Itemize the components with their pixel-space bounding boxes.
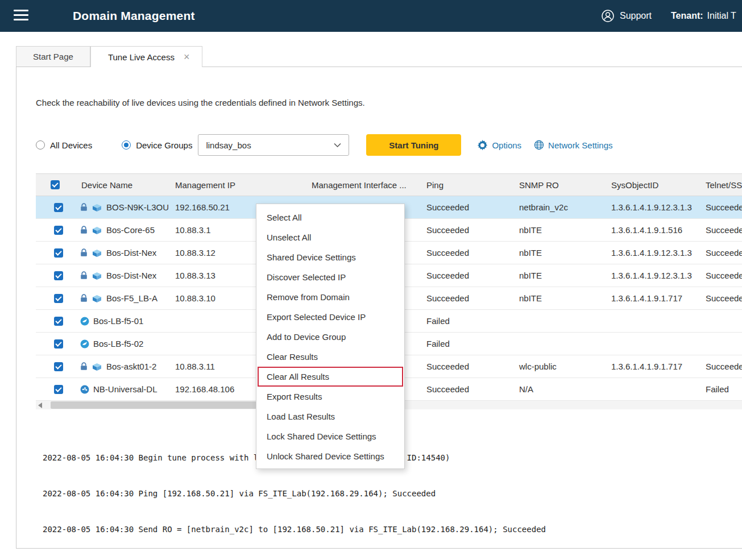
device-name-cell: BOS-N9K-L3OUT [74,196,168,218]
snmp-ro-cell: nbITE [512,287,604,309]
device-name: NB-Universal-DL [93,384,157,394]
device-icon [92,249,102,257]
menu-item-export-selected-device-ip[interactable]: Export Selected Device IP [256,307,404,327]
tenant-indicator[interactable]: Tenant: Initial T [671,0,736,32]
telnet-ssh-cell: Succeeded [699,219,742,241]
row-checkbox[interactable] [54,317,63,326]
row-checkbox[interactable] [54,294,63,303]
ping-cell: Succeeded [420,219,512,241]
network-settings-link[interactable]: Network Settings [534,140,612,150]
chevron-down-icon [334,143,341,148]
row-checkbox-cell [36,196,74,218]
radio-all-devices-circle[interactable] [36,140,45,150]
menu-item-unlock-shared-device-settings[interactable]: Unlock Shared Device Settings [256,446,404,466]
row-checkbox-cell [36,310,74,332]
lock-icon [80,271,88,280]
header-snmp-ro[interactable]: SNMP RO [512,174,604,196]
device-name: BOS-N9K-L3OUT [106,202,168,212]
menu-item-lock-shared-device-settings[interactable]: Lock Shared Device Settings [256,426,404,446]
menu-item-remove-from-domain[interactable]: Remove from Domain [256,287,404,307]
device-name: Bos-Core-65 [106,225,155,235]
device-name-cell: Bos-LB-f5-02 [74,333,168,355]
hamburger-menu-icon[interactable] [14,10,28,20]
header-sysobjectid[interactable]: SysObjectID [604,174,699,196]
sysobjectid-cell: 1.3.6.1.4.1.9.12.3.1.3 [604,196,699,218]
options-link[interactable]: Options [477,140,521,151]
device-icon [92,226,102,234]
sysobjectid-cell: 1.3.6.1.4.1.9.1.717 [604,355,699,378]
radio-device-groups-label: Device Groups [136,140,192,150]
snmp-ro-cell: N/A [512,378,604,400]
header-device-name[interactable]: Device Name [74,174,168,196]
menu-item-clear-all-results[interactable]: Clear All Results [258,367,403,387]
telnet-ssh-cell [699,333,742,355]
header-telnet-ssh[interactable]: Telnet/SSH [699,174,742,196]
row-checkbox[interactable] [54,385,63,394]
menu-item-export-results[interactable]: Export Results [256,387,404,406]
snmp-ro-cell: nbITE [512,242,604,264]
lock-icon [80,362,88,371]
row-checkbox-cell [36,355,74,378]
menu-item-load-last-results[interactable]: Load Last Results [256,406,404,426]
header-ping[interactable]: Ping [420,174,512,196]
log-line: 2022-08-05 16:04:30 Send RO = [netbrain_… [43,524,742,536]
log-line: 2022-08-05 16:04:30 Ping [192.168.50.21]… [43,488,742,500]
menu-item-clear-results[interactable]: Clear Results [256,347,404,367]
ping-cell: Succeeded [420,196,512,218]
ping-cell: Succeeded [420,287,512,309]
select-all-cell [36,174,74,196]
tenant-value: Initial T [707,11,736,21]
f5-device-icon [80,339,89,349]
controls-row: All Devices Device Groups lindsay_bos St… [36,134,742,156]
menu-item-add-to-device-group[interactable]: Add to Device Group [256,327,404,347]
row-checkbox[interactable] [54,203,63,212]
menu-item-shared-device-settings[interactable]: Shared Device Settings [256,247,404,267]
device-name: Bos-Dist-Nex [106,248,156,258]
radio-device-groups-circle[interactable] [122,140,131,150]
f5-device-icon [80,317,89,326]
select-all-checkbox[interactable] [51,180,60,189]
sysobjectid-cell: 1.3.6.1.4.1.9.1.516 [604,219,699,241]
row-checkbox[interactable] [54,248,63,258]
telnet-ssh-cell: Succeeded [699,355,742,378]
options-label: Options [492,140,521,150]
close-tab-icon[interactable]: × [184,52,190,62]
support-button[interactable]: Support [600,0,652,32]
snmp-ro-cell [512,333,604,355]
row-checkbox-cell [36,287,74,309]
row-checkbox[interactable] [54,362,63,371]
device-icon [92,363,102,371]
radio-all-devices-label: All Devices [50,140,92,150]
device-name: Bos-LB-f5-01 [93,316,143,326]
scroll-left-arrow-icon[interactable] [38,403,42,408]
header-management-interface[interactable]: Management Interface ... [305,174,420,196]
device-name: Bos-askt01-2 [106,362,156,371]
row-checkbox-cell [36,219,74,241]
tab-tune-live-access-label: Tune Live Access [108,52,175,62]
telnet-ssh-cell: Succeeded [699,242,742,264]
start-tuning-button[interactable]: Start Tuning [366,134,461,156]
menu-item-discover-selected-ip[interactable]: Discover Selected IP [256,267,404,287]
row-checkbox[interactable] [54,339,63,349]
device-group-select[interactable]: lindsay_bos [198,134,349,156]
network-settings-label: Network Settings [548,140,612,150]
radio-device-groups[interactable]: Device Groups [122,140,192,150]
row-checkbox[interactable] [54,226,63,235]
sysobjectid-cell [604,310,699,332]
tab-start-page[interactable]: Start Page [16,46,90,67]
telnet-ssh-cell: Succeeded [699,287,742,309]
description-text: Check the reachability of live devices u… [36,98,742,107]
menu-item-select-all[interactable]: Select All [256,208,404,227]
menu-item-unselect-all[interactable]: Unselect All [256,227,404,247]
sysobjectid-cell [604,378,699,400]
telnet-ssh-cell: Succeeded [699,264,742,287]
scrollbar-thumb[interactable] [51,401,256,409]
device-name-cell: Bos-Dist-Nex [74,242,168,264]
header-management-ip[interactable]: Management IP [168,174,305,196]
device-icon [92,204,102,211]
row-checkbox[interactable] [54,271,63,280]
radio-all-devices[interactable]: All Devices [36,140,92,150]
ping-cell: Failed [420,333,512,355]
tab-tune-live-access[interactable]: Tune Live Access × [90,46,203,67]
lock-icon [80,226,88,234]
